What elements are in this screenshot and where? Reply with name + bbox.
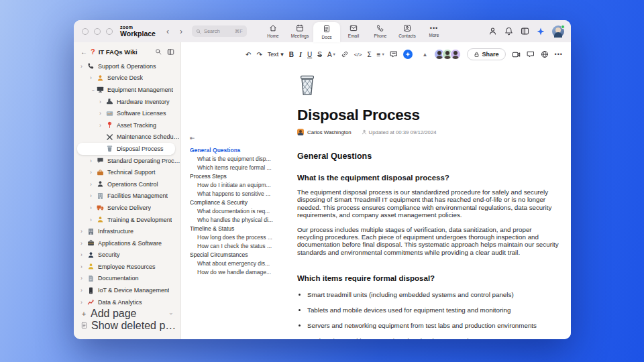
add-page-button[interactable]: + Add page › — [74, 308, 180, 320]
chevron-right-icon[interactable]: › — [80, 299, 87, 306]
formula-button[interactable]: Σ — [367, 51, 371, 58]
chevron-right-icon[interactable]: › — [80, 275, 87, 282]
toc-entry[interactable]: Who handles the physical di... — [190, 216, 286, 225]
sidebar-item-operations-control[interactable]: › Operations Control — [74, 178, 180, 190]
chevron-right-icon[interactable]: › — [99, 99, 106, 105]
tab-home[interactable]: Home — [260, 20, 286, 42]
chevron-right-icon[interactable]: › — [80, 287, 87, 294]
redo-button[interactable]: ↷ — [256, 51, 262, 58]
sidebar-item-standard-operating-procedures[interactable]: › Standard Operating Procedures — [74, 155, 180, 167]
chevron-right-icon[interactable]: › — [90, 74, 97, 81]
sidebar-item-facilities-management[interactable]: › Facilities Management — [74, 190, 180, 202]
profile-icon[interactable] — [488, 27, 497, 36]
sidebar-item-equipment-management[interactable]: › Equipment Management — [74, 84, 180, 96]
ai-companion-button[interactable] — [403, 50, 413, 59]
toc-entry[interactable]: Which items require formal ... — [190, 164, 286, 172]
chevron-right-icon[interactable]: › — [80, 228, 87, 235]
share-button[interactable]: Share — [467, 48, 506, 60]
toc-entry[interactable]: What about emergency dis... — [190, 259, 286, 268]
text-style-dropdown[interactable]: Text ▾ — [268, 51, 284, 58]
tab-docs[interactable]: Docs — [313, 22, 340, 42]
chevron-right-icon[interactable]: › — [80, 240, 87, 247]
chevron-right-icon[interactable]: › — [90, 181, 97, 188]
window-controls[interactable] — [82, 28, 113, 35]
toc-entry-special-circumstances[interactable]: Special Circumstances — [190, 251, 286, 259]
chevron-right-icon[interactable]: › — [80, 63, 87, 70]
chevron-right-icon[interactable]: › — [90, 158, 97, 164]
underline-button[interactable]: U — [307, 51, 312, 58]
chat-icon[interactable] — [527, 50, 535, 58]
link-icon[interactable] — [341, 50, 349, 58]
sidebar-item-employee-resources[interactable]: › Employee Resources — [74, 261, 180, 273]
minimize-window-button[interactable] — [94, 28, 101, 35]
sidebar-item-documentation[interactable]: › Documentation — [74, 273, 180, 285]
comment-icon[interactable] — [390, 50, 398, 58]
sidebar-back-arrow[interactable]: ← — [80, 48, 87, 56]
notifications-bell-icon[interactable] — [504, 27, 513, 36]
toc-entry[interactable]: What documentation is req... — [190, 207, 286, 216]
collapse-toolbar-chevron[interactable]: ▲ — [423, 52, 428, 58]
tab-phone[interactable]: Phone — [367, 20, 394, 42]
collaborator-avatars[interactable] — [434, 49, 461, 60]
video-camera-icon[interactable] — [512, 50, 521, 59]
chevron-down-icon[interactable]: › — [168, 313, 175, 315]
chevron-right-icon[interactable]: › — [80, 251, 87, 258]
toc-entry[interactable]: How can I check the status ... — [190, 242, 286, 251]
sidebar-item-software-licenses[interactable]: › Software Licenses — [74, 107, 180, 119]
global-search-input[interactable]: Search ⌘F — [192, 25, 247, 37]
chevron-right-icon[interactable]: › — [80, 263, 87, 270]
sidebar-item-service-delivery[interactable]: › Service Delivery — [74, 202, 180, 214]
chevron-down-icon[interactable]: › — [90, 87, 97, 94]
side-panel-icon[interactable] — [521, 27, 529, 36]
toc-entry[interactable]: How do we handle damage... — [190, 268, 286, 277]
tab-more[interactable]: ••• More — [421, 20, 447, 42]
toc-collapse-icon[interactable]: ⇤ — [190, 135, 286, 141]
ai-companion-sparkle-icon[interactable] — [537, 27, 545, 36]
sidebar-item-disposal-process[interactable]: Disposal Process — [77, 143, 175, 155]
align-dropdown[interactable]: ≡ ▾ — [377, 51, 384, 58]
chevron-right-icon[interactable]: › — [90, 169, 97, 176]
toc-entry-general-questions[interactable]: General Questions — [190, 146, 286, 155]
toc-entry-timeline-status[interactable]: Timeline & Status — [190, 225, 286, 233]
toc-entry[interactable]: How do I initiate an equipm... — [190, 181, 286, 190]
italic-button[interactable]: I — [299, 51, 302, 58]
sidebar-panel-icon[interactable] — [167, 48, 174, 56]
sidebar-item-security[interactable]: › Security — [74, 249, 180, 261]
more-options-icon[interactable]: ••• — [555, 51, 563, 58]
chevron-right-icon[interactable]: › — [99, 122, 106, 129]
chevron-right-icon[interactable]: › — [99, 110, 106, 117]
bold-button[interactable]: B — [289, 51, 294, 58]
maximize-window-button[interactable] — [106, 28, 113, 35]
close-window-button[interactable] — [82, 28, 89, 35]
sidebar-item-infrastructure[interactable]: › Infrastructure — [74, 225, 180, 237]
user-avatar[interactable] — [552, 25, 564, 38]
toc-entry[interactable]: What happens to sensitive ... — [190, 190, 286, 198]
tab-email[interactable]: Email — [340, 20, 367, 42]
chevron-right-icon[interactable]: › — [90, 217, 97, 223]
sidebar-item-iot-device-management[interactable]: › IoT & Device Management — [74, 284, 180, 296]
toc-entry[interactable]: What is the equipment disp... — [190, 155, 286, 164]
toc-entry[interactable]: How long does the process ... — [190, 233, 286, 242]
sidebar-search-icon[interactable] — [155, 48, 162, 55]
sidebar-item-service-desk[interactable]: › Service Desk — [74, 72, 180, 84]
sidebar-item-data-analytics[interactable]: › Data & Analytics — [74, 296, 180, 308]
sidebar-item-asset-tracking[interactable]: › Asset Tracking — [74, 119, 180, 131]
chevron-right-icon[interactable]: › — [90, 192, 97, 199]
strikethrough-button[interactable]: S — [317, 51, 322, 58]
sidebar-item-maintenance-schedules[interactable]: Maintenance Schedules — [74, 131, 180, 143]
sidebar-item-support-operations[interactable]: › Support & Operations — [74, 60, 180, 72]
tab-contacts[interactable]: Contacts — [394, 20, 421, 42]
globe-icon[interactable] — [541, 50, 549, 58]
nav-forward-button[interactable]: › — [180, 27, 182, 36]
nav-back-button[interactable]: ‹ — [166, 27, 169, 36]
toc-entry-process-steps[interactable]: Process Steps — [190, 172, 286, 181]
text-color-dropdown[interactable]: A ▾ — [327, 51, 335, 58]
sidebar-item-technical-support[interactable]: › Technical Support — [74, 166, 180, 178]
sidebar-item-applications-software[interactable]: › Applications & Software — [74, 237, 180, 249]
undo-button[interactable]: ↶ — [246, 51, 251, 58]
code-button[interactable]: </> — [354, 52, 362, 58]
toc-entry-compliance-security[interactable]: Compliance & Security — [190, 198, 286, 207]
tab-meetings[interactable]: Meetings — [286, 20, 313, 42]
show-deleted-pages-button[interactable]: Show deleted pages — [74, 320, 180, 332]
sidebar-item-training-development[interactable]: › Training & Development — [74, 214, 180, 226]
